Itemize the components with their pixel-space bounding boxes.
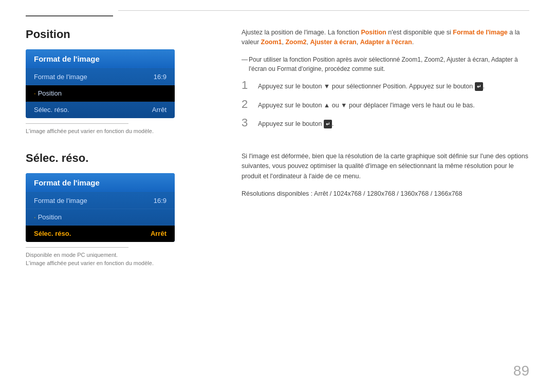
note-image-vary-1: L'image affichée peut varier en fonction… xyxy=(26,128,221,134)
menu-box-position-header: Format de l'image xyxy=(26,49,175,69)
menu-item-format-value: 16:9 xyxy=(154,73,166,81)
note-highlight-format-origine: Format d'origine xyxy=(277,65,321,72)
menu-item-selec-reso-1-value: Arrêt xyxy=(152,106,166,114)
note-highlight-ajuster: Ajuster à écran xyxy=(447,56,488,63)
menu-item-position[interactable]: ·Position xyxy=(26,85,175,102)
menu-item-format-2[interactable]: Format de l'image 16:9 xyxy=(26,193,175,209)
top-rule-row xyxy=(26,15,529,17)
selec-reso-intro-text: Si l'image est déformée, bien que la rés… xyxy=(242,152,529,181)
resolutions-text: Résolutions disponibles : Arrêt / 1024x7… xyxy=(242,189,529,199)
highlight-format-image: Format de l'image xyxy=(453,29,507,36)
res-1024: 1024x768 xyxy=(334,190,362,197)
step-3-number: 3 xyxy=(242,117,252,128)
top-rule-dark xyxy=(26,15,113,16)
step-1-text: Appuyez sur le bouton ▼ pour sélectionne… xyxy=(258,80,485,91)
step1-enter-icon: ↵ xyxy=(475,82,483,91)
res-1280: 1280x768 xyxy=(367,190,395,197)
menu-item-selec-reso-selected-label: Sélec. réso. xyxy=(34,230,71,237)
step-2-number: 2 xyxy=(242,99,252,110)
top-rule-light xyxy=(118,10,529,11)
highlight-adapter: Adapter à l'écran xyxy=(360,39,412,46)
steps-container: 1 Appuyez sur le bouton ▼ pour sélection… xyxy=(242,80,529,129)
step1-highlight-position: Position xyxy=(383,83,405,90)
note-highlight-zoom2: Zoom2 xyxy=(424,56,443,63)
menu-item-position-2[interactable]: ·Position xyxy=(26,209,175,226)
menu-item-position-label: ·Position xyxy=(34,89,62,97)
note-pc-uniquement: Disponible en mode PC uniquement. xyxy=(26,252,221,258)
step-2-text: Appuyez sur le bouton ▲ ou ▼ pour déplac… xyxy=(258,99,475,110)
step-3-text: Appuyez sur le bouton ↵. xyxy=(258,117,334,129)
res-arret: Arrêt xyxy=(314,190,328,197)
menu-item-selec-reso-1-label: Sélec. réso. xyxy=(34,106,69,114)
dot-prefix-position: · xyxy=(34,89,36,97)
highlight-zoom2: Zoom2 xyxy=(285,39,306,46)
menu-item-format-2-value: 16:9 xyxy=(154,197,166,204)
highlight-ajuster: Ajuster à écran xyxy=(310,39,356,46)
section-position-right: Ajustez la position de l'image. La fonct… xyxy=(242,28,529,136)
menu-divider-1 xyxy=(26,123,128,124)
menu-item-format-label: Format de l'image xyxy=(34,73,87,81)
step-3: 3 Appuyez sur le bouton ↵. xyxy=(242,117,529,129)
menu-item-position-2-label: ·Position xyxy=(34,213,62,221)
menu-item-format-2-label: Format de l'image xyxy=(34,197,87,204)
dot-prefix-position-2: · xyxy=(34,213,36,221)
menu-box-selec-reso: Format de l'image Format de l'image 16:9… xyxy=(26,173,175,242)
section-selec-reso-left: Sélec. réso. Format de l'image Format de… xyxy=(26,152,221,266)
position-note-line: Pour utiliser la fonction Position après… xyxy=(242,55,529,73)
section-selec-reso-right: Si l'image est déformée, bien que la rés… xyxy=(242,152,529,266)
menu-item-selec-reso-selected-value: Arrêt xyxy=(151,230,166,237)
note-highlight-zoom1: Zoom1 xyxy=(402,56,421,63)
step-2: 2 Appuyez sur le bouton ▲ ou ▼ pour dépl… xyxy=(242,99,529,110)
menu-item-format[interactable]: Format de l'image 16:9 xyxy=(26,69,175,85)
highlight-position: Position xyxy=(361,29,386,36)
menu-item-selec-reso-1[interactable]: Sélec. réso. Arrêt xyxy=(26,102,175,118)
step-1: 1 Appuyez sur le bouton ▼ pour sélection… xyxy=(242,80,529,91)
highlight-zoom1: Zoom1 xyxy=(261,39,282,46)
note-image-vary-2: L'image affichée peut varier en fonction… xyxy=(26,260,221,266)
page-container: Position Format de l'image Format de l'i… xyxy=(0,0,555,392)
step3-enter-icon: ↵ xyxy=(324,120,332,128)
menu-box-selec-reso-header: Format de l'image xyxy=(26,173,175,193)
section-position-left: Position Format de l'image Format de l'i… xyxy=(26,28,221,136)
note-highlight-position: Position xyxy=(313,56,335,63)
section-selec-reso-title: Sélec. réso. xyxy=(26,152,221,165)
menu-box-position: Format de l'image Format de l'image 16:9… xyxy=(26,49,175,118)
position-intro-text: Ajustez la position de l'image. La fonct… xyxy=(242,28,529,48)
section-selec-reso: Sélec. réso. Format de l'image Format de… xyxy=(26,152,529,266)
section-position: Position Format de l'image Format de l'i… xyxy=(26,28,529,136)
page-number: 89 xyxy=(513,363,529,379)
menu-item-selec-reso-selected[interactable]: Sélec. réso. Arrêt xyxy=(26,226,175,242)
menu-divider-2 xyxy=(26,247,128,248)
res-1360: 1360x768 xyxy=(400,190,429,197)
section-position-title: Position xyxy=(26,28,221,41)
res-1366: 1366x768 xyxy=(434,190,462,197)
step-1-number: 1 xyxy=(242,80,252,91)
